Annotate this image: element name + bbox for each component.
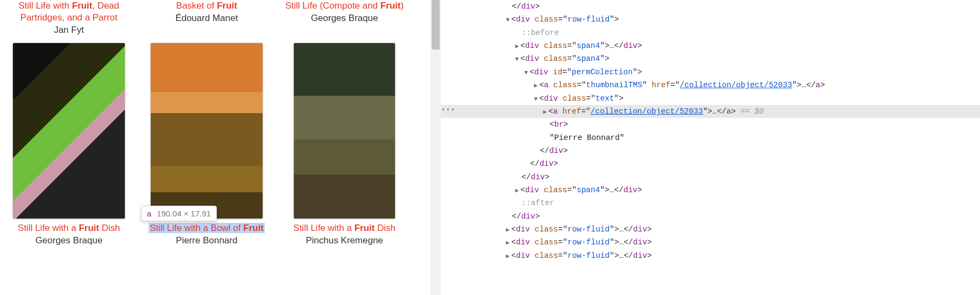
expand-arrow-icon[interactable]: ▼ [523, 68, 530, 78]
ellipsis-gutter-icon[interactable]: ••• [441, 104, 456, 116]
gallery-item: Still Life with Fruit, Dead Partridges, … [0, 0, 138, 36]
dom-node[interactable]: ▶<div class="row-fluid">…</div> [441, 249, 980, 262]
dom-node[interactable]: ▶<div class="span4">…</div> [441, 184, 980, 196]
tooltip-dimensions: 190.04 × 17.91 [157, 209, 211, 218]
artwork-title[interactable]: Still Life with a Fruit Dish [276, 222, 413, 234]
gallery-item: Still Life with a Fruit Dish Georges Bra… [0, 38, 138, 246]
gallery-item: Still Life with a Fruit Dish Pinchus Kre… [276, 38, 413, 246]
gallery-pane: Still Life with Fruit, Dead Partridges, … [0, 0, 431, 295]
artwork-artist: Georges Braque [0, 235, 138, 246]
tooltip-tag: a [147, 209, 151, 218]
artwork-title[interactable]: Still Life (Compote and Fruit) [276, 0, 413, 12]
gallery-item: Still Life (Compote and Fruit) Georges B… [276, 0, 413, 36]
dom-node[interactable]: ▼<div id="permColection"> [441, 66, 980, 79]
dom-node[interactable]: ::before [441, 26, 980, 39]
expand-arrow-icon[interactable]: ▶ [513, 186, 520, 195]
dom-node[interactable]: ▶<div class="row-fluid">…</div> [441, 236, 980, 249]
artwork-title[interactable]: Basket of Fruit [138, 0, 276, 12]
artwork-title[interactable]: Still Life with a Bowl of Fruit [138, 222, 276, 234]
dom-node[interactable]: ▶<div class="span4">…</div> [441, 39, 980, 52]
dom-node[interactable]: ::after [441, 196, 980, 209]
artwork-title[interactable]: Still Life with Fruit, Dead Partridges, … [0, 0, 138, 24]
artwork-thumbnail[interactable] [12, 43, 125, 219]
artwork-artist: Édouard Manet [138, 13, 276, 24]
gallery-row-1: Still Life with Fruit, Dead Partridges, … [0, 0, 431, 41]
dom-node[interactable]: </div> [441, 210, 980, 223]
scrollbar-thumb[interactable] [432, 0, 440, 50]
dom-node[interactable]: ▼<div class="span4"> [441, 52, 980, 65]
artwork-artist: Pinchus Kremegne [276, 235, 413, 246]
dom-node[interactable]: ▼<div class="text"> [441, 92, 980, 105]
expand-arrow-icon[interactable]: ▼ [532, 94, 539, 104]
artwork-title[interactable]: Still Life with a Fruit Dish [0, 222, 138, 234]
dom-node[interactable]: <br> [441, 118, 980, 131]
artwork-artist: Jan Fyt [0, 25, 138, 36]
expand-arrow-icon[interactable]: ▶ [504, 225, 511, 235]
expand-arrow-icon[interactable]: ▶ [513, 41, 520, 51]
dom-node[interactable]: </div> [441, 157, 980, 170]
artwork-artist: Pierre Bonnard [138, 235, 276, 246]
gallery-item: Basket of Fruit Édouard Manet [138, 0, 276, 36]
expand-arrow-icon[interactable]: ▶ [541, 107, 548, 117]
dom-node[interactable]: ▶<a class="thumbnailTMS" href="/collecti… [441, 79, 980, 92]
expand-arrow-icon[interactable]: ▶ [532, 81, 539, 90]
expand-arrow-icon[interactable]: ▼ [513, 54, 520, 64]
expand-arrow-icon[interactable]: ▼ [504, 15, 511, 25]
expand-arrow-icon[interactable]: ▶ [504, 238, 511, 248]
artwork-thumbnail[interactable] [150, 43, 263, 219]
artwork-artist: Georges Braque [276, 13, 413, 24]
dom-node[interactable]: "Pierre Bonnard" [441, 131, 980, 144]
dom-node-selected[interactable]: ▶<a href="/collection/object/52033">…</a… [441, 105, 980, 118]
dom-node[interactable]: </div> [441, 0, 980, 13]
page-scrollbar[interactable] [431, 0, 441, 295]
element-size-tooltip: a 190.04 × 17.91 [141, 206, 217, 221]
dom-node[interactable]: ▼<div class="row-fluid"> [441, 13, 980, 26]
devtools-elements-panel[interactable]: </div> ▼<div class="row-fluid"> ::before… [441, 0, 980, 295]
dom-node[interactable]: </div> [441, 171, 980, 184]
dom-node[interactable]: </div> [441, 144, 980, 157]
dom-node[interactable]: ▶<div class="row-fluid">…</div> [441, 223, 980, 236]
expand-arrow-icon[interactable]: ▶ [504, 251, 511, 261]
artwork-thumbnail[interactable] [293, 43, 396, 219]
